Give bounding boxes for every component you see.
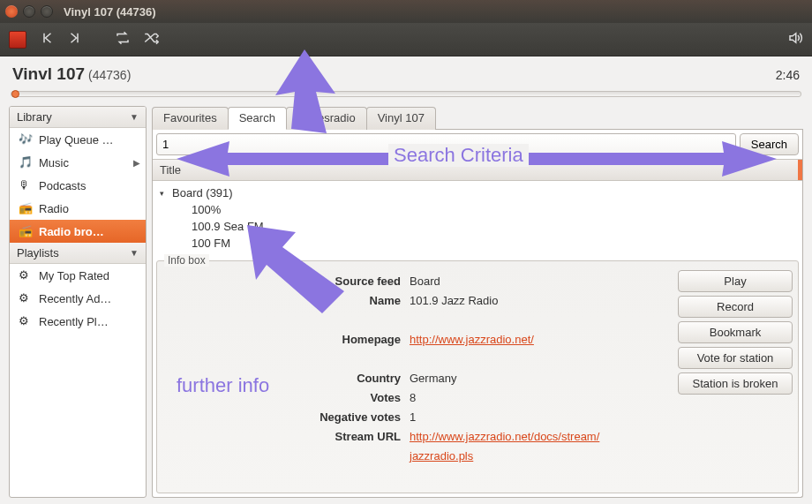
vote-button[interactable]: Vote for station (678, 347, 793, 369)
chevron-right-icon: ▶ (133, 158, 140, 168)
info-homepage-link[interactable]: http://www.jazzradio.net/ (410, 333, 534, 346)
gear-icon: ⚙ (19, 268, 33, 282)
tree-row[interactable]: 100.9 Sea FM (156, 218, 799, 235)
sidebar-heading-library[interactable]: Library▼ (10, 107, 146, 128)
minimize-icon[interactable] (23, 5, 35, 18)
sidebar-heading-playlists[interactable]: Playlists▼ (10, 243, 146, 264)
track-title: Vinvl 107 (12, 64, 85, 84)
sidebar-item-radio-browser[interactable]: 📻Radio bro… (10, 220, 146, 243)
sidebar-item-play-queue[interactable]: 🎶Play Queue … (10, 128, 146, 151)
info-votes: 8 (410, 388, 678, 408)
broken-button[interactable]: Station is broken (678, 372, 793, 395)
radio-icon: 📻 (19, 201, 33, 215)
results-tree: ▾Board (391) 100% 100.9 Sea FM 100 FM (153, 181, 802, 257)
sidebar-item-music[interactable]: 🎵Music▶ (10, 151, 146, 174)
column-header-title[interactable]: Title (153, 159, 802, 181)
sidebar-playlist-recently-added[interactable]: ⚙Recently Ad… (10, 287, 146, 310)
sidebar-playlist-top-rated[interactable]: ⚙My Top Rated (10, 264, 146, 287)
track-header: Vinvl 107 (44736) 2:46 (0, 56, 812, 87)
podcast-icon: 🎙 (19, 178, 33, 192)
tab-oldiesradio[interactable]: Oldiesradio (286, 107, 367, 130)
prev-button[interactable] (39, 30, 55, 49)
tree-row[interactable]: 100% (156, 201, 799, 218)
expand-icon: ▾ (160, 189, 169, 198)
progress-thumb[interactable] (11, 90, 19, 98)
tab-search[interactable]: Search (228, 107, 287, 130)
tab-bar: Favourites Search Oldiesradio Vinyl 107 (152, 106, 803, 130)
chevron-down-icon: ▼ (130, 248, 139, 258)
gear-icon: ⚙ (19, 291, 33, 305)
sidebar: Library▼ 🎶Play Queue … 🎵Music▶ 🎙Podcasts… (9, 106, 147, 498)
repeat-button[interactable] (115, 30, 131, 49)
close-icon[interactable] (5, 5, 18, 18)
tab-vinyl107[interactable]: Vinyl 107 (366, 107, 436, 130)
volume-icon[interactable] (787, 30, 803, 49)
sidebar-item-podcasts[interactable]: 🎙Podcasts (10, 174, 146, 197)
info-box: Info box Source feed Name Homepage Count… (156, 260, 799, 493)
tab-favourites[interactable]: Favourites (152, 107, 229, 130)
main-panel: Favourites Search Oldiesradio Vinyl 107 … (152, 106, 803, 498)
sidebar-item-radio[interactable]: 📻Radio (10, 197, 146, 220)
search-button[interactable]: Search (740, 133, 799, 155)
record-button[interactable]: Record (678, 296, 793, 318)
window-title: Vinyl 107 (44736) (64, 5, 156, 19)
tree-row[interactable]: 100 FM (156, 235, 799, 252)
tree-group[interactable]: ▾Board (391) (156, 184, 799, 201)
chevron-down-icon: ▼ (130, 112, 139, 122)
info-name: 101.9 Jazz Radio (410, 291, 678, 311)
stop-button[interactable] (9, 31, 26, 49)
info-legend: Info box (164, 254, 209, 267)
gear-icon: ⚙ (19, 314, 33, 328)
titlebar: Vinyl 107 (44736) (0, 0, 812, 23)
track-time: 2:46 (776, 68, 800, 82)
info-stream-link[interactable]: http://www.jazzradio.net/docs/stream/ (410, 430, 599, 443)
info-stream-link2[interactable]: jazzradio.pls (410, 449, 473, 463)
bookmark-button[interactable]: Bookmark (678, 321, 793, 343)
info-country: Germany (410, 369, 678, 388)
play-button[interactable]: Play (678, 270, 793, 292)
radio-browser-icon: 📻 (19, 224, 33, 238)
maximize-icon[interactable] (41, 5, 53, 18)
search-input[interactable] (156, 133, 736, 155)
queue-icon: 🎶 (19, 132, 33, 147)
progress-bar[interactable] (11, 91, 801, 97)
info-negvotes: 1 (410, 408, 678, 427)
next-button[interactable] (67, 30, 83, 49)
shuffle-button[interactable] (143, 30, 159, 49)
info-source: Board (410, 272, 678, 291)
toolbar (0, 23, 812, 56)
music-icon: 🎵 (19, 155, 33, 169)
track-extra: (44736) (88, 68, 131, 82)
sidebar-playlist-recently-played[interactable]: ⚙Recently Pl… (10, 310, 146, 333)
